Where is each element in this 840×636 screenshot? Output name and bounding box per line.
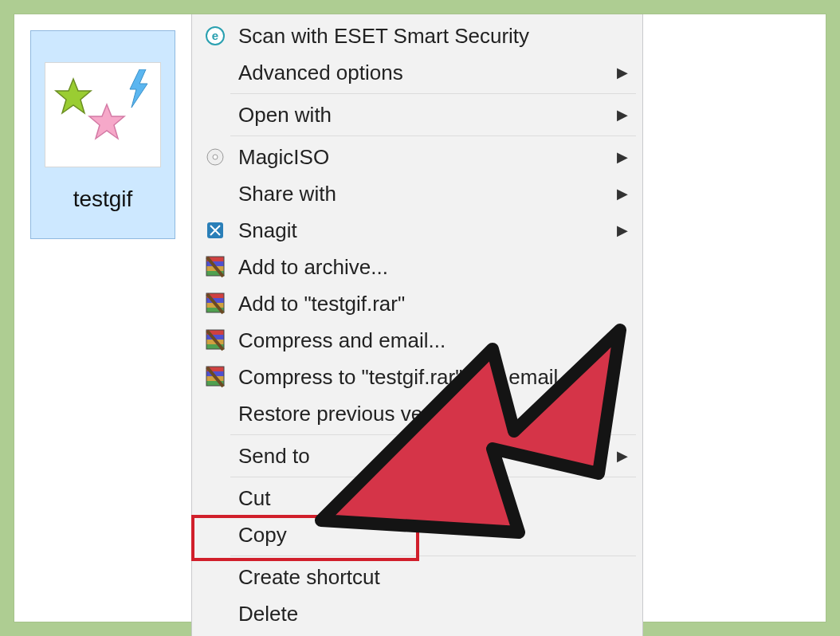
menu-item-add-to-archive[interactable]: Add to archive... <box>192 249 642 285</box>
svg-marker-1 <box>89 104 124 139</box>
submenu-arrow-icon: ▶ <box>617 185 628 202</box>
menu-separator <box>230 135 636 136</box>
context-menu: eScan with ESET Smart SecurityAdvanced o… <box>191 14 643 636</box>
menu-item-label: Share with <box>238 182 336 206</box>
svg-point-6 <box>213 155 218 159</box>
lightning-icon <box>125 69 153 109</box>
blank-icon <box>203 565 227 589</box>
menu-item-label: Scan with ESET Smart Security <box>238 24 529 49</box>
file-thumbnail <box>45 63 160 167</box>
menu-item-add-to-testgif-rar[interactable]: Add to "testgif.rar" <box>192 285 642 322</box>
menu-separator <box>230 434 636 435</box>
menu-item-label: Send to <box>238 444 310 469</box>
blank-icon <box>203 602 227 626</box>
svg-marker-0 <box>56 79 91 113</box>
menu-item-compress-to-testgif-rar-and-email[interactable]: Compress to "testgif.rar" and email <box>192 359 642 395</box>
blank-icon <box>203 61 227 84</box>
menu-item-label: Copy <box>238 523 287 548</box>
magiciso-icon <box>203 145 227 169</box>
blank-icon <box>203 486 227 510</box>
snagit-icon <box>203 218 227 242</box>
menu-item-create-shortcut[interactable]: Create shortcut <box>192 559 642 595</box>
menu-item-label: Compress to "testgif.rar" and email <box>238 365 558 390</box>
menu-item-magiciso[interactable]: MagicISO▶ <box>192 139 642 175</box>
menu-item-open-with[interactable]: Open with▶ <box>192 96 642 133</box>
menu-item-label: Create shortcut <box>238 565 380 590</box>
menu-item-scan-with-eset-smart-security[interactable]: eScan with ESET Smart Security <box>192 18 642 54</box>
submenu-arrow-icon: ▶ <box>617 222 628 239</box>
blank-icon <box>203 103 227 127</box>
eset-icon: e <box>203 24 227 48</box>
submenu-arrow-icon: ▶ <box>617 447 628 465</box>
winrar-icon <box>203 365 227 389</box>
menu-separator <box>230 556 636 556</box>
submenu-arrow-icon: ▶ <box>617 106 628 124</box>
menu-item-label: MagicISO <box>238 145 329 170</box>
blank-icon <box>203 523 227 547</box>
menu-item-label: Open with <box>238 103 332 128</box>
file-name-label: testgif <box>31 186 175 212</box>
menu-item-compress-and-email[interactable]: Compress and email... <box>192 322 642 359</box>
menu-item-share-with[interactable]: Share with▶ <box>192 175 642 212</box>
blank-icon <box>203 402 227 426</box>
file-item-testgif[interactable]: testgif <box>30 30 175 239</box>
menu-item-label: Snagit <box>238 218 297 243</box>
explorer-window: testgif eScan with ESET Smart SecurityAd… <box>14 14 826 622</box>
menu-item-label: Advanced options <box>238 61 403 85</box>
menu-separator <box>230 93 636 94</box>
menu-item-send-to[interactable]: Send to▶ <box>192 438 642 474</box>
menu-item-snagit[interactable]: Snagit▶ <box>192 212 642 249</box>
menu-item-label: Add to "testgif.rar" <box>238 292 405 316</box>
pink-star-icon <box>87 103 127 143</box>
menu-item-restore-previous-versions[interactable]: Restore previous versions <box>192 395 642 432</box>
menu-item-delete[interactable]: Delete <box>192 595 642 632</box>
menu-item-cut[interactable]: Cut <box>192 480 642 516</box>
menu-item-label: Restore previous versions <box>238 402 478 426</box>
winrar-icon <box>203 292 227 316</box>
submenu-arrow-icon: ▶ <box>617 64 628 81</box>
menu-separator <box>230 477 636 477</box>
svg-text:e: e <box>212 29 218 42</box>
menu-item-label: Delete <box>238 602 298 626</box>
winrar-icon <box>203 328 227 352</box>
menu-item-label: Compress and email... <box>238 328 446 353</box>
svg-marker-2 <box>130 69 147 108</box>
menu-item-label: Cut <box>238 486 270 511</box>
menu-item-copy[interactable]: Copy <box>192 516 642 553</box>
menu-item-label: Add to archive... <box>238 255 388 280</box>
blank-icon <box>203 182 227 206</box>
blank-icon <box>203 444 227 468</box>
menu-item-advanced-options[interactable]: Advanced options▶ <box>192 54 642 91</box>
submenu-arrow-icon: ▶ <box>617 148 628 166</box>
winrar-icon <box>203 255 227 279</box>
